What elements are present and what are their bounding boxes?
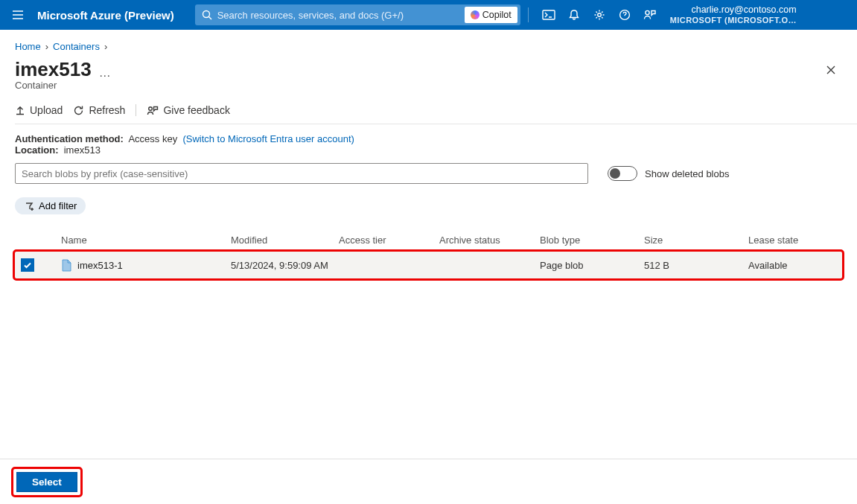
cell-lease: Available	[748, 260, 841, 271]
row-checkbox[interactable]	[21, 258, 34, 272]
cell-size: 512 B	[644, 260, 748, 271]
cloud-shell-icon	[542, 10, 555, 20]
person-feedback-icon	[643, 9, 657, 21]
refresh-button[interactable]: Refresh	[73, 104, 125, 116]
chevron-right-icon: ›	[45, 41, 48, 52]
location-label: Location:	[15, 144, 59, 156]
help-icon	[619, 9, 631, 21]
separator	[136, 104, 136, 116]
footer-bar: Select	[0, 459, 857, 504]
col-modified[interactable]: Modified	[231, 235, 339, 246]
auth-method-label: Authentication method:	[15, 133, 124, 144]
breadcrumb-home[interactable]: Home	[15, 41, 41, 52]
add-filter-button[interactable]: Add filter	[15, 197, 86, 214]
give-feedback-label: Give feedback	[163, 104, 230, 116]
content-area: Home › Containers › imex513 … Container …	[0, 30, 857, 454]
col-archive-status[interactable]: Archive status	[439, 235, 540, 246]
refresh-icon	[73, 105, 84, 116]
divider	[15, 124, 857, 124]
cell-type: Page blob	[540, 260, 644, 271]
breadcrumb: Home › Containers ›	[15, 41, 842, 52]
auth-method-value: Access key	[128, 133, 177, 144]
check-icon	[23, 261, 32, 269]
blob-prefix-search-input[interactable]	[15, 163, 588, 184]
file-icon	[61, 259, 73, 271]
add-filter-label: Add filter	[39, 200, 77, 211]
svg-point-2	[597, 13, 601, 17]
show-deleted-toggle[interactable]	[608, 166, 637, 181]
brand-label[interactable]: Microsoft Azure (Preview)	[37, 9, 174, 22]
feedback-button[interactable]	[637, 0, 663, 30]
bell-icon	[568, 9, 580, 21]
blob-table: Name Modified Access tier Archive status…	[15, 228, 842, 278]
col-lease-state[interactable]: Lease state	[748, 235, 841, 246]
account-tenant: MICROSOFT (MICROSOFT.ONMI...	[670, 16, 797, 25]
highlighted-select-callout: Select	[13, 469, 80, 495]
col-access-tier[interactable]: Access tier	[339, 235, 439, 246]
copilot-icon	[471, 10, 480, 19]
svg-point-0	[203, 11, 209, 18]
separator	[528, 7, 529, 22]
refresh-label: Refresh	[89, 104, 125, 116]
person-feedback-icon	[147, 105, 159, 116]
breadcrumb-containers[interactable]: Containers	[53, 41, 100, 52]
highlighted-row-callout: imex513-1 5/13/2024, 9:59:09 AM Page blo…	[15, 252, 842, 278]
copilot-label: Copilot	[482, 10, 512, 20]
blob-name-link[interactable]: imex513-1	[77, 260, 123, 271]
svg-rect-1	[543, 10, 555, 19]
location-value: imex513	[64, 144, 101, 156]
switch-auth-link[interactable]: (Switch to Microsoft Entra user account)	[182, 133, 354, 144]
page-subtitle: Container	[15, 80, 842, 91]
upload-button[interactable]: Upload	[15, 104, 63, 116]
global-search-input[interactable]	[213, 8, 465, 22]
account-area[interactable]: charlie.roy@contoso.com MICROSOFT (MICRO…	[670, 5, 797, 25]
close-blade-button[interactable]	[820, 59, 842, 81]
help-button[interactable]	[612, 0, 637, 30]
hamburger-icon	[12, 10, 24, 20]
account-email: charlie.roy@contoso.com	[670, 5, 797, 16]
upload-label: Upload	[30, 104, 63, 116]
table-row[interactable]: imex513-1 5/13/2024, 9:59:09 AM Page blo…	[15, 252, 842, 278]
filter-add-icon	[24, 201, 34, 211]
select-button[interactable]: Select	[16, 472, 77, 492]
table-header: Name Modified Access tier Archive status…	[15, 228, 842, 252]
cell-modified: 5/13/2024, 9:59:09 AM	[231, 260, 339, 271]
cloud-shell-button[interactable]	[536, 0, 561, 30]
command-bar: Upload Refresh Give feedback	[15, 104, 842, 116]
col-blob-type[interactable]: Blob type	[540, 235, 644, 246]
show-deleted-label: Show deleted blobs	[645, 168, 729, 179]
close-icon	[826, 65, 836, 75]
svg-point-4	[646, 10, 649, 14]
global-search[interactable]: Copilot	[195, 4, 520, 25]
col-name[interactable]: Name	[45, 235, 231, 246]
more-actions-button[interactable]: …	[99, 66, 112, 80]
global-header: Microsoft Azure (Preview) Copilot charli…	[0, 0, 857, 30]
give-feedback-button[interactable]: Give feedback	[147, 104, 230, 116]
copilot-button[interactable]: Copilot	[465, 7, 517, 23]
chevron-right-icon: ›	[104, 41, 107, 52]
col-size[interactable]: Size	[644, 235, 748, 246]
page-title: imex513	[15, 58, 92, 81]
search-icon	[201, 9, 213, 21]
menu-button[interactable]	[7, 4, 28, 25]
notifications-button[interactable]	[561, 0, 587, 30]
gear-icon	[593, 9, 605, 21]
settings-button[interactable]	[587, 0, 612, 30]
upload-icon	[15, 105, 25, 115]
svg-point-5	[149, 106, 153, 110]
meta-block: Authentication method: Access key (Switc…	[15, 133, 842, 156]
